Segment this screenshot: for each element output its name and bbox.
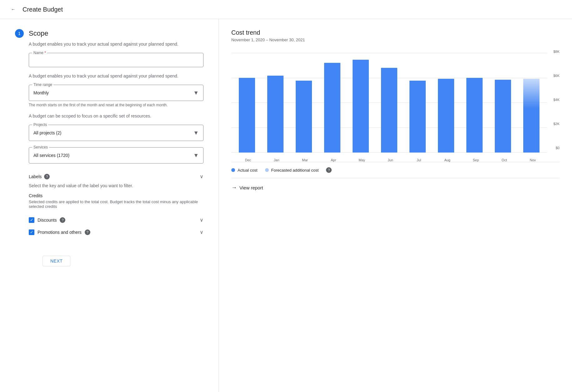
credits-description: Selected credits are applied to the tota…	[29, 199, 203, 209]
main-content: 1 Scope A budget enables you to track yo…	[0, 19, 572, 392]
projects-select[interactable]: Projects All projects (2) ▼	[29, 125, 203, 141]
projects-field: Projects All projects (2) ▼	[29, 125, 203, 141]
promotions-checkbox[interactable]: ✓	[29, 229, 34, 235]
services-field: Services All services (1720) ▼	[29, 147, 203, 163]
bar-jan	[267, 76, 283, 153]
x-label-jan: Jan	[262, 158, 291, 162]
back-button[interactable]: ←	[8, 4, 19, 15]
x-label-aug: Aug	[433, 158, 462, 162]
labels-filter-text: Select the key and value of the label yo…	[29, 183, 203, 188]
name-input[interactable]	[29, 53, 203, 67]
projects-value: All projects (2)	[33, 130, 193, 135]
services-value: All services (1720)	[33, 153, 193, 158]
x-label-may: May	[348, 158, 376, 162]
legend-forecasted-label: Forecasted additional cost	[271, 168, 319, 173]
chart-date-range: November 1, 2020 – November 30, 2021	[231, 38, 559, 42]
bar-group-jun	[376, 53, 403, 153]
chevron-down-icon-projects: ▼	[193, 130, 199, 136]
view-report-label: View report	[239, 185, 263, 190]
checkmark-icon-2: ✓	[30, 230, 33, 234]
promotions-help-icon[interactable]: ?	[85, 229, 90, 235]
scope-description-2: A budget enables you to track your actua…	[29, 73, 203, 78]
bar-aug	[438, 79, 454, 153]
view-report-link[interactable]: → View report	[231, 178, 559, 197]
right-panel: Cost trend November 1, 2020 – November 3…	[219, 19, 572, 392]
chevron-down-icon-services: ▼	[193, 152, 199, 159]
left-panel: 1 Scope A budget enables you to track yo…	[0, 19, 219, 392]
legend-actual-label: Actual cost	[238, 168, 258, 173]
bar-group-jul	[404, 53, 431, 153]
back-icon: ←	[11, 7, 15, 12]
scope-header: 1 Scope	[15, 29, 203, 38]
promotions-row[interactable]: ✓ Promotions and others ? ∨	[29, 226, 203, 238]
y-label-6k: $6K	[553, 74, 559, 78]
legend-forecasted: Forecasted additional cost	[265, 168, 319, 173]
credits-title: Credits	[29, 193, 203, 198]
bar-may	[353, 60, 369, 153]
checkmark-icon: ✓	[30, 218, 33, 222]
bar-group-may	[348, 53, 374, 153]
time-range-field: Time range Monthly ▼ The month starts on…	[29, 85, 203, 107]
bar-jul	[409, 81, 426, 153]
cost-chart: DecJanMarAprMayJunJulAugSepOctNov $8K $6…	[231, 50, 559, 162]
chart-legend: Actual cost Forecasted additional cost ?	[231, 162, 559, 178]
bar-group-jan	[262, 53, 289, 153]
name-required: *	[44, 51, 46, 55]
labels-left: Labels ?	[29, 174, 50, 179]
chart-title: Cost trend	[231, 29, 559, 36]
labels-help-icon[interactable]: ?	[44, 174, 50, 179]
time-range-helper: The month starts on the first of the mon…	[29, 103, 203, 107]
x-label-apr: Apr	[319, 158, 348, 162]
scope-text: A budget can be scoped to focus on a spe…	[29, 113, 190, 118]
services-label: Services	[32, 145, 49, 149]
time-range-value: Monthly	[33, 90, 193, 95]
discounts-chevron-icon: ∨	[200, 217, 203, 223]
bar-group-nov	[518, 53, 544, 153]
promotions-chevron-icon: ∨	[200, 229, 203, 235]
x-axis-labels: DecJanMarAprMayJunJulAugSepOctNov	[234, 158, 547, 162]
discounts-row[interactable]: ✓ Discounts ? ∨	[29, 214, 203, 226]
legend-help-icon[interactable]: ?	[326, 167, 332, 173]
bar-nov	[523, 79, 539, 153]
bar-group-mar	[291, 53, 317, 153]
services-select[interactable]: Services All services (1720) ▼	[29, 147, 203, 163]
discounts-help-icon[interactable]: ?	[60, 217, 65, 223]
credits-section: Credits Selected credits are applied to …	[29, 193, 203, 238]
page-title: Create Budget	[23, 6, 63, 13]
bar-oct	[495, 80, 511, 153]
next-button[interactable]: NEXT	[43, 256, 70, 266]
bar-group-aug	[433, 53, 459, 153]
bar-group-oct	[489, 53, 516, 153]
projects-label: Projects	[32, 123, 48, 127]
bar-apr	[324, 63, 340, 153]
x-label-jun: Jun	[376, 158, 404, 162]
discounts-label: Discounts	[38, 218, 57, 223]
bar-jun	[381, 68, 397, 153]
y-label-4k: $4K	[553, 98, 559, 102]
x-label-nov: Nov	[519, 158, 547, 162]
discounts-checkbox[interactable]: ✓	[29, 217, 34, 223]
x-label-jul: Jul	[405, 158, 433, 162]
name-field-wrap: Name *	[29, 53, 203, 67]
y-axis-labels: $8K $6K $4K $2K $0	[553, 50, 559, 150]
time-range-label: Time range	[32, 83, 53, 87]
bar-sep	[466, 78, 483, 153]
x-label-mar: Mar	[291, 158, 319, 162]
actual-cost-dot	[231, 168, 235, 172]
discounts-left: ✓ Discounts ?	[29, 217, 65, 223]
legend-actual: Actual cost	[231, 168, 258, 173]
x-label-dec: Dec	[234, 158, 262, 162]
arrow-right-icon: →	[231, 184, 237, 191]
x-label-oct: Oct	[490, 158, 519, 162]
name-label: Name *	[32, 51, 47, 55]
y-label-0: $0	[553, 146, 559, 150]
forecasted-cost-dot	[265, 168, 269, 172]
labels-chevron-icon: ∨	[200, 173, 203, 179]
name-input-outline: Name *	[29, 53, 203, 67]
bar-group-apr	[319, 53, 346, 153]
labels-title: Labels	[29, 174, 42, 179]
x-label-sep: Sep	[462, 158, 490, 162]
y-label-2k: $2K	[553, 122, 559, 126]
labels-row[interactable]: Labels ? ∨	[29, 170, 203, 183]
time-range-select[interactable]: Time range Monthly ▼	[29, 85, 203, 101]
